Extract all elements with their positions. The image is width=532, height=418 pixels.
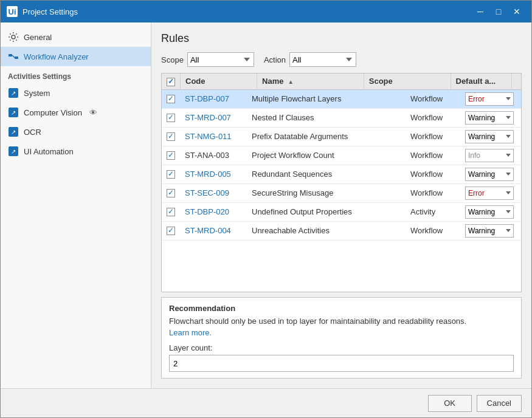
sidebar-item-system[interactable]: System <box>1 83 151 103</box>
row-name: Multiple Flowchart Layers <box>247 90 406 109</box>
scope-label: Scope <box>161 55 184 64</box>
row-code[interactable]: ST-MRD-007 <box>180 108 247 127</box>
learn-more-link[interactable]: Learn more. <box>169 328 212 337</box>
code-link[interactable]: ST-SEC-009 <box>185 188 229 197</box>
sidebar-item-general[interactable]: General <box>1 27 151 47</box>
table-row: ST-MRD-005 Redundant Sequences Workflow … <box>162 165 521 183</box>
row-checkbox[interactable] <box>167 95 175 103</box>
col-header-default-action[interactable]: Default a... <box>451 74 511 89</box>
recommendation-panel: Recommendation Flowchart should only be … <box>161 297 522 379</box>
row-checkbox[interactable] <box>167 189 175 197</box>
scope-filter-group: Scope All Workflow Activity <box>161 52 254 67</box>
code-link[interactable]: ST-DBP-020 <box>185 207 229 216</box>
row-name: Nested If Clauses <box>247 108 406 127</box>
row-action[interactable]: Error Warning Info Verbose <box>460 221 521 240</box>
ok-button[interactable]: OK <box>428 395 472 412</box>
action-label: Action <box>264 55 286 64</box>
row-name: Redundant Sequences <box>247 165 406 183</box>
sidebar-item-workflow-analyzer[interactable]: Workflow Analyzer <box>1 47 151 66</box>
sidebar-item-computer-vision[interactable]: Computer Vision 👁 <box>1 103 151 122</box>
workflow-icon <box>8 51 19 62</box>
sidebar-item-ocr[interactable]: OCR <box>1 122 151 142</box>
action-dropdown[interactable]: Error Warning Info Verbose <box>465 168 514 181</box>
row-action[interactable]: Error Warning Info Verbose <box>460 202 521 221</box>
scope-select[interactable]: All Workflow Activity <box>187 52 254 67</box>
row-code[interactable]: ST-MRD-005 <box>180 165 247 183</box>
maximize-button[interactable]: □ <box>490 4 507 19</box>
action-dropdown[interactable]: Error Warning Info Verbose <box>465 187 514 200</box>
code-link[interactable]: ST-MRD-005 <box>185 170 231 179</box>
action-dropdown[interactable]: Error Warning Info Verbose <box>465 130 514 143</box>
row-checkbox-cell <box>162 221 180 240</box>
row-code[interactable]: ST-DBP-007 <box>180 90 247 109</box>
row-action[interactable]: Error Warning Info Verbose <box>460 165 521 183</box>
code-link[interactable]: ST-MRD-004 <box>185 226 231 235</box>
ocr-icon <box>8 126 19 137</box>
row-name: Project Workflow Count <box>247 146 406 165</box>
row-action[interactable]: Error Warning Info Verbose <box>460 90 521 109</box>
row-action[interactable]: Error Warning Info Verbose <box>460 146 521 165</box>
row-checkbox[interactable] <box>167 227 175 235</box>
row-code[interactable]: ST-DBP-020 <box>180 202 247 221</box>
col-header-code[interactable]: Code <box>181 74 257 89</box>
row-scope: Workflow <box>406 146 460 165</box>
row-code[interactable]: ST-NMG-011 <box>180 127 247 146</box>
table-header-row: Code Name ▲ Scope <box>162 74 521 89</box>
table-scroll[interactable]: ST-DBP-007 Multiple Flowchart Layers Wor… <box>162 90 521 292</box>
sort-arrow-icon: ▲ <box>288 78 294 85</box>
row-action[interactable]: Error Warning Info Verbose <box>460 127 521 146</box>
row-checkbox-cell <box>162 146 180 165</box>
sidebar-item-ui-automation[interactable]: UI Automation <box>1 142 151 161</box>
row-scope: Activity <box>406 202 460 221</box>
bottom-bar: OK Cancel <box>1 388 531 417</box>
action-select[interactable]: All Error Warning Info Verbose <box>289 52 356 67</box>
row-checkbox[interactable] <box>167 151 175 160</box>
code-link[interactable]: ST-NMG-011 <box>185 132 232 141</box>
rules-table: ST-DBP-007 Multiple Flowchart Layers Wor… <box>162 90 521 241</box>
table-row: ST-SEC-009 SecureString Misusage Workflo… <box>162 183 521 202</box>
app-icon: Ui <box>7 6 18 17</box>
col-header-scope[interactable]: Scope <box>364 74 451 89</box>
action-dropdown[interactable]: Error Warning Info Verbose <box>465 224 514 238</box>
sidebar-item-ocr-label: OCR <box>24 128 41 137</box>
row-name: SecureString Misusage <box>247 183 406 202</box>
action-dropdown[interactable]: Error Warning Info Verbose <box>465 92 514 106</box>
action-dropdown[interactable]: Error Warning Info Verbose <box>465 205 514 219</box>
col-header-checkbox <box>162 74 181 89</box>
panel-title: Rules <box>161 32 522 45</box>
select-all-checkbox[interactable] <box>167 78 175 86</box>
minimize-button[interactable]: ─ <box>472 4 489 19</box>
sidebar-item-workflow-analyzer-label: Workflow Analyzer <box>24 52 89 61</box>
svg-line-3 <box>12 55 15 58</box>
row-checkbox[interactable] <box>167 114 175 122</box>
code-link[interactable]: ST-DBP-007 <box>185 94 229 103</box>
row-code[interactable]: ST-SEC-009 <box>180 183 247 202</box>
col-header-name[interactable]: Name ▲ <box>257 74 364 89</box>
layer-count-input[interactable] <box>169 355 514 372</box>
row-code[interactable]: ST-MRD-004 <box>180 221 247 240</box>
action-dropdown[interactable]: Error Warning Info Verbose <box>465 149 514 162</box>
table-row: ST-DBP-020 Undefined Output Properties A… <box>162 202 521 221</box>
table-row: ST-MRD-004 Unreachable Activities Workfl… <box>162 221 521 240</box>
table-row: ST-ANA-003 Project Workflow Count Workfl… <box>162 146 521 165</box>
row-scope: Workflow <box>406 90 460 109</box>
table-row: ST-MRD-007 Nested If Clauses Workflow Er… <box>162 108 521 127</box>
row-scope: Workflow <box>406 221 460 240</box>
table-row: ST-DBP-007 Multiple Flowchart Layers Wor… <box>162 90 521 109</box>
system-icon <box>8 87 19 98</box>
action-dropdown[interactable]: Error Warning Info Verbose <box>465 111 514 125</box>
row-action[interactable]: Error Warning Info Verbose <box>460 108 521 127</box>
row-scope: Workflow <box>406 108 460 127</box>
close-button[interactable]: ✕ <box>508 4 525 19</box>
svg-rect-2 <box>15 57 18 59</box>
row-action[interactable]: Error Warning Info Verbose <box>460 183 521 202</box>
sidebar-item-general-label: General <box>24 33 52 42</box>
row-checkbox[interactable] <box>167 208 175 216</box>
activities-settings-label: Activities Settings <box>1 66 151 83</box>
row-checkbox[interactable] <box>167 170 175 179</box>
row-code: ST-ANA-003 <box>180 146 247 165</box>
cancel-button[interactable]: Cancel <box>477 395 522 412</box>
row-checkbox[interactable] <box>167 132 175 141</box>
window-controls: ─ □ ✕ <box>472 4 525 19</box>
code-link[interactable]: ST-MRD-007 <box>185 113 231 122</box>
